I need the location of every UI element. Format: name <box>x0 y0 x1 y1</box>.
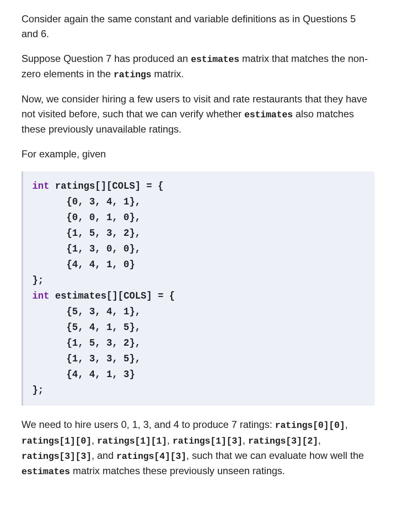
text: , <box>318 435 321 446</box>
identifier-ratings: ratings <box>55 181 95 192</box>
space <box>49 181 55 192</box>
code-inline-estimates: estimates <box>21 467 70 477</box>
code-row: {5, 4, 1, 5}, <box>32 322 141 333</box>
code-row: {1, 3, 3, 5}, <box>32 354 141 364</box>
code-row: {4, 4, 1, 0} <box>32 259 135 270</box>
code-row: {5, 3, 4, 1}, <box>32 306 141 317</box>
text: , such that we can evaluate how well the <box>186 450 364 461</box>
code-inline-ratings-ref: ratings[1][0] <box>21 436 91 446</box>
intro-paragraph-1: Consider again the same constant and var… <box>21 12 375 41</box>
text: , <box>345 419 348 430</box>
code-inline-estimates: estimates <box>191 55 239 65</box>
decl-tail: [][COLS] = { <box>106 291 175 302</box>
code-inline-ratings-ref: ratings[0][0] <box>275 420 345 431</box>
code-inline-estimates: estimates <box>244 110 293 120</box>
text: matrix. <box>151 68 184 79</box>
code-row: {1, 5, 3, 2}, <box>32 228 141 239</box>
code-row: {1, 5, 3, 2}, <box>32 338 141 349</box>
code-row: {0, 0, 1, 0}, <box>32 212 141 223</box>
code-inline-ratings-ref: ratings[3][2] <box>248 436 318 446</box>
text: Consider again the same constant and var… <box>21 13 356 39</box>
text: , <box>91 435 97 446</box>
code-inline-ratings-ref: ratings[1][3] <box>172 436 242 446</box>
code-row: {4, 4, 1, 3} <box>32 369 135 380</box>
text: For example, given <box>21 148 106 159</box>
intro-paragraph-3: Now, we consider hiring a few users to v… <box>21 92 375 137</box>
text: Suppose Question 7 has produced an <box>21 53 191 64</box>
text: matrix matches these previously unseen r… <box>70 465 285 476</box>
code-block: int ratings[][COLS] = { {0, 3, 4, 1}, {0… <box>21 171 375 406</box>
identifier-estimates: estimates <box>55 291 106 302</box>
code-row: {1, 3, 0, 0}, <box>32 244 141 254</box>
code-inline-ratings: ratings <box>114 70 151 80</box>
decl-tail: [][COLS] = { <box>95 181 164 192</box>
text: We need to hire users 0, 1, 3, and 4 to … <box>21 419 275 430</box>
code-row: {0, 3, 4, 1}, <box>32 197 141 207</box>
code-inline-ratings-ref: ratings[4][3] <box>116 451 186 462</box>
conclusion-paragraph: We need to hire users 0, 1, 3, and 4 to … <box>21 417 375 478</box>
keyword-int: int <box>32 291 49 302</box>
example-lead-in: For example, given <box>21 147 375 162</box>
intro-paragraph-2: Suppose Question 7 has produced an estim… <box>21 51 375 82</box>
code-close: }; <box>32 385 44 396</box>
text: , and <box>91 450 116 461</box>
code-inline-ratings-ref: ratings[1][1] <box>97 436 167 446</box>
keyword-int: int <box>32 181 49 192</box>
code-inline-ratings-ref: ratings[3][3] <box>21 451 91 462</box>
space <box>49 291 55 302</box>
code-close: }; <box>32 275 44 286</box>
text: , <box>243 435 248 446</box>
text: , <box>167 435 172 446</box>
